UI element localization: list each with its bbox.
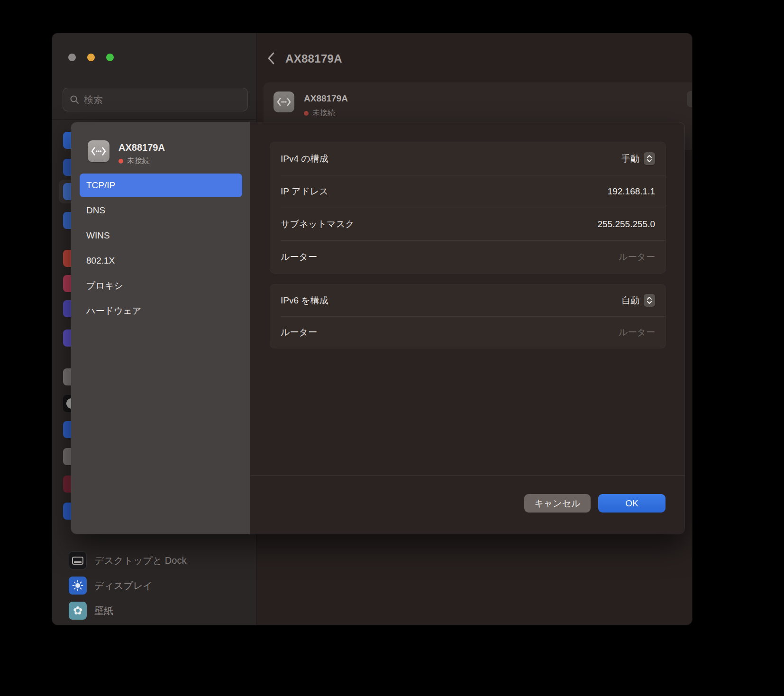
- status-text: 未接続: [312, 108, 335, 118]
- select-value: 手動: [621, 153, 639, 165]
- sheet-tab-tcpip[interactable]: TCP/IP: [80, 174, 242, 197]
- sheet-content: IPv4 の構成 手動 IP アドレス: [251, 122, 684, 534]
- status-text: 未接続: [127, 156, 150, 166]
- ipv6-configure-select[interactable]: 自動: [621, 294, 655, 307]
- toolbar-divider: [52, 119, 256, 120]
- sidebar-item-label: ディスプレイ: [94, 579, 153, 592]
- desktop-background: デスクトップと Dock ディスプレイ: [0, 0, 784, 696]
- status-dot-icon: [304, 111, 309, 116]
- row-label: IPv6 を構成: [281, 294, 328, 307]
- sheet-tab-hardware[interactable]: ハードウェア: [80, 299, 242, 323]
- subnet-mask-row: サブネットマスク 255.255.255.0: [270, 208, 665, 240]
- ip-address-field[interactable]: 192.168.1.1: [608, 186, 655, 197]
- subnet-mask-field[interactable]: 255.255.255.0: [597, 219, 655, 229]
- ipv6-configure-row: IPv6 を構成 自動: [270, 284, 665, 316]
- desktop-dock-icon: [69, 551, 87, 569]
- sidebar-item-display[interactable]: ディスプレイ: [69, 577, 153, 595]
- sheet-sidebar: AX88179A 未接続 TCP/IP DNS WINS 802.1X プロキシ…: [71, 122, 250, 534]
- ipv6-router-field[interactable]: ルーター: [619, 326, 655, 339]
- status-dot-icon: [119, 159, 123, 164]
- search-input[interactable]: [84, 94, 241, 105]
- stepper-icon[interactable]: [644, 152, 655, 165]
- stepper-icon[interactable]: [644, 294, 655, 307]
- ethernet-adapter-icon: [273, 92, 294, 112]
- sheet-tab-dns[interactable]: DNS: [80, 199, 242, 222]
- details-button[interactable]: 詳細...: [687, 91, 692, 107]
- ipv4-group: IPv4 の構成 手動 IP アドレス: [270, 142, 665, 273]
- search-icon: [70, 95, 79, 104]
- row-label: IP アドレス: [281, 185, 328, 198]
- sidebar-item-label: デスクトップと Dock: [94, 554, 186, 567]
- ok-button[interactable]: OK: [598, 494, 665, 513]
- minimize-button[interactable]: [87, 54, 95, 61]
- wallpaper-icon: ✿: [69, 602, 87, 620]
- sheet-device-name: AX88179A: [119, 142, 165, 153]
- chevron-left-icon: [267, 52, 275, 65]
- search-field[interactable]: [63, 88, 248, 111]
- zoom-button[interactable]: [106, 54, 114, 61]
- row-label: サブネットマスク: [281, 218, 355, 230]
- sheet-nav: TCP/IP DNS WINS 802.1X プロキシ ハードウェア: [80, 174, 242, 324]
- ipv4-router-row: ルーター ルーター: [270, 240, 665, 273]
- row-label: IPv4 の構成: [281, 153, 328, 165]
- device-name: AX88179A: [304, 93, 348, 104]
- sheet-device-status: 未接続: [119, 156, 150, 166]
- tcpip-settings-sheet: AX88179A 未接続 TCP/IP DNS WINS 802.1X プロキシ…: [71, 122, 684, 534]
- sheet-tab-proxy[interactable]: プロキシ: [80, 274, 242, 298]
- sheet-tab-8021x[interactable]: 802.1X: [80, 249, 242, 273]
- row-label: ルーター: [281, 251, 317, 263]
- system-settings-window: デスクトップと Dock ディスプレイ: [52, 33, 692, 625]
- select-value: 自動: [621, 294, 639, 307]
- cancel-button[interactable]: キャンセル: [524, 494, 591, 513]
- display-icon: [69, 577, 87, 595]
- ipv4-configure-row: IPv4 の構成 手動: [270, 142, 665, 175]
- close-button[interactable]: [68, 54, 76, 61]
- ipv6-group: IPv6 を構成 自動 ルーター: [270, 284, 665, 348]
- sidebar-item-label: 壁紙: [94, 604, 113, 617]
- ipv4-configure-select[interactable]: 手動: [621, 152, 655, 165]
- device-status: 未接続: [304, 108, 335, 118]
- row-label: ルーター: [281, 326, 317, 339]
- ip-address-row: IP アドレス 192.168.1.1: [270, 175, 665, 208]
- sidebar-item-desktop-dock[interactable]: デスクトップと Dock: [69, 551, 186, 569]
- sheet-tab-wins[interactable]: WINS: [80, 224, 242, 247]
- back-button[interactable]: [264, 49, 278, 68]
- ethernet-adapter-icon: [88, 140, 109, 162]
- ipv4-router-field[interactable]: ルーター: [619, 251, 655, 263]
- ipv6-router-row: ルーター ルーター: [270, 316, 665, 348]
- sidebar-item-wallpaper[interactable]: ✿ 壁紙: [69, 602, 113, 620]
- footer-divider: [251, 475, 684, 476]
- page-title: AX88179A: [285, 52, 342, 65]
